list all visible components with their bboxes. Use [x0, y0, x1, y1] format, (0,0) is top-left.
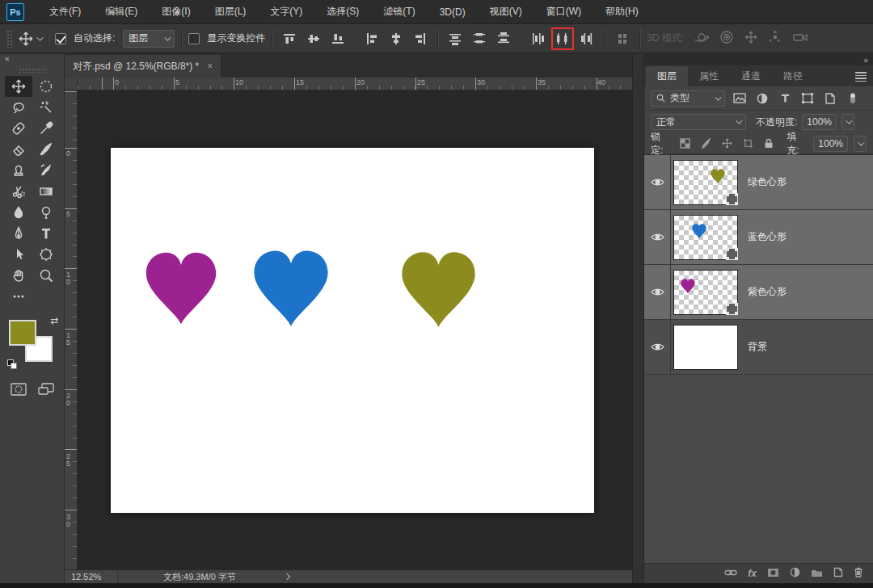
hand-tool[interactable] — [5, 265, 32, 286]
menu-help[interactable]: 帮助(H) — [595, 0, 649, 24]
path-selection-tool[interactable] — [5, 244, 32, 265]
foreground-color-swatch[interactable] — [9, 320, 36, 346]
menu-view[interactable]: 视图(V) — [479, 0, 533, 24]
opacity-field[interactable]: 100% — [802, 114, 837, 130]
tool-preset-chevron-icon[interactable] — [36, 34, 43, 40]
layer-name[interactable]: 蓝色心形 — [748, 230, 787, 244]
move-tool[interactable] — [5, 76, 32, 97]
layer-thumbnail[interactable] — [673, 160, 738, 205]
eyedropper-tool[interactable] — [32, 118, 60, 139]
tab-properties[interactable]: 属性 — [688, 66, 730, 86]
auto-select-checkbox[interactable] — [55, 33, 66, 44]
blue-heart-shape[interactable] — [245, 240, 337, 335]
layer-name[interactable]: 背景 — [748, 340, 767, 354]
layer-thumbnail[interactable] — [673, 325, 738, 370]
dodge-tool[interactable] — [32, 202, 60, 223]
panel-collapse-button[interactable]: » — [863, 56, 868, 65]
layer-style-fx-icon[interactable]: fx — [748, 568, 757, 579]
history-brush-tool[interactable] — [32, 160, 60, 181]
slice-tool[interactable] — [5, 181, 32, 202]
add-layer-mask-icon[interactable] — [767, 568, 779, 580]
healing-brush-tool[interactable] — [5, 118, 32, 139]
new-group-icon[interactable] — [811, 568, 823, 580]
menu-edit[interactable]: 编辑(E) — [95, 0, 148, 24]
tools-grip[interactable] — [19, 68, 46, 73]
visibility-toggle[interactable] — [644, 320, 671, 374]
pen-tool[interactable] — [5, 223, 32, 244]
align-vertical-centers-icon[interactable] — [303, 28, 324, 49]
menu-type[interactable]: 文字(Y) — [259, 0, 313, 24]
align-horizontal-centers-icon[interactable] — [386, 28, 407, 49]
3d-slide-icon[interactable] — [768, 30, 782, 47]
zoom-tool[interactable] — [32, 265, 60, 286]
purple-heart-shape[interactable] — [137, 242, 225, 334]
filter-smart-objects-icon[interactable] — [822, 90, 838, 107]
filter-type-layers-icon[interactable] — [777, 90, 793, 107]
canvas[interactable] — [111, 148, 594, 513]
menu-3d[interactable]: 3D(D) — [429, 0, 476, 24]
visibility-toggle[interactable] — [644, 210, 671, 264]
filter-adjustment-layers-icon[interactable] — [754, 90, 770, 107]
blur-tool[interactable] — [5, 202, 32, 223]
menu-select[interactable]: 选择(S) — [316, 0, 369, 24]
layer-filter-type-dropdown[interactable]: 类型 — [651, 90, 725, 107]
layer-name[interactable]: 绿色心形 — [748, 175, 787, 189]
tab-paths[interactable]: 路径 — [772, 66, 814, 86]
menu-image[interactable]: 图像(I) — [151, 0, 200, 24]
lock-transparency-icon[interactable] — [677, 136, 693, 152]
distribute-bottom-edges-icon[interactable] — [493, 28, 514, 49]
ruler-origin-corner[interactable] — [65, 78, 78, 90]
blend-mode-dropdown[interactable]: 正常 — [651, 114, 746, 130]
lock-position-icon[interactable] — [719, 136, 735, 152]
panel-divider[interactable] — [632, 54, 644, 583]
lasso-tool[interactable] — [5, 97, 32, 118]
horizontal-ruler[interactable]: 0 5 10 15 20 25 30 35 40 — [78, 78, 632, 90]
3d-camera-icon[interactable] — [792, 30, 810, 47]
tools-collapse-button[interactable]: « — [0, 54, 64, 66]
clone-stamp-tool[interactable] — [5, 160, 32, 181]
new-adjustment-layer-icon[interactable] — [790, 567, 800, 580]
distribute-top-edges-icon[interactable] — [445, 28, 466, 49]
layer-thumbnail[interactable] — [673, 270, 738, 315]
type-tool[interactable] — [32, 223, 60, 244]
layer-row-purple-heart[interactable]: 紫色心形 — [644, 265, 873, 320]
3d-orbit-icon[interactable] — [694, 30, 710, 47]
layer-thumbnail[interactable] — [673, 215, 738, 260]
menu-filter[interactable]: 滤镜(T) — [373, 0, 425, 24]
lock-all-icon[interactable] — [761, 136, 777, 152]
lock-pixels-icon[interactable] — [698, 136, 714, 152]
distribute-vertical-centers-icon[interactable] — [469, 28, 490, 49]
eraser-tool[interactable] — [5, 139, 32, 160]
layer-row-green-heart[interactable]: 绿色心形 — [644, 155, 873, 210]
align-left-edges-icon[interactable] — [361, 28, 382, 49]
swap-colors-icon[interactable]: ⇄ — [50, 315, 58, 326]
menu-layer[interactable]: 图层(L) — [205, 0, 257, 24]
olive-heart-shape[interactable] — [393, 244, 484, 334]
link-layers-icon[interactable] — [724, 568, 737, 579]
lock-artboard-icon[interactable] — [740, 136, 756, 152]
show-transform-checkbox[interactable] — [188, 33, 200, 44]
menu-window[interactable]: 窗口(W) — [536, 0, 592, 24]
align-top-edges-icon[interactable] — [279, 28, 300, 49]
filter-toggle-icon[interactable] — [845, 90, 861, 107]
pasteboard[interactable] — [78, 90, 632, 569]
3d-roll-icon[interactable] — [719, 30, 734, 47]
filter-shape-layers-icon[interactable] — [799, 90, 816, 107]
distribute-horizontal-centers-icon[interactable] — [554, 30, 571, 48]
marquee-tool[interactable] — [32, 76, 60, 97]
visibility-toggle[interactable] — [644, 265, 671, 319]
screen-mode-icon[interactable] — [38, 383, 54, 398]
distribute-right-edges-icon[interactable] — [577, 28, 598, 49]
document-tab[interactable]: 对齐.psd @ 12.5%(RGB/8*) * × — [65, 55, 221, 78]
layer-name[interactable]: 紫色心形 — [748, 285, 787, 299]
distribute-left-edges-icon[interactable] — [527, 28, 548, 49]
delete-layer-icon[interactable] — [854, 567, 863, 580]
tab-channels[interactable]: 通道 — [730, 66, 772, 86]
layer-row-blue-heart[interactable]: 蓝色心形 — [644, 210, 873, 265]
menu-file[interactable]: 文件(F) — [39, 0, 91, 24]
vertical-ruler[interactable]: 0 5 10 15 20 25 30 — [65, 90, 78, 569]
filter-pixel-layers-icon[interactable] — [732, 90, 748, 107]
3d-pan-icon[interactable] — [744, 30, 758, 47]
visibility-toggle[interactable] — [644, 155, 671, 209]
quick-mask-icon[interactable] — [11, 383, 27, 398]
